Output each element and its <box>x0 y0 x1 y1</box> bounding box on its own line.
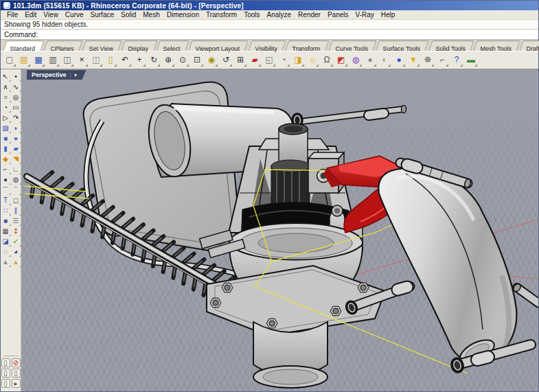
rotate-view-icon[interactable]: ↻ <box>147 54 161 67</box>
array-copy-icon[interactable]: ∥ <box>12 206 21 215</box>
menu-panels[interactable]: Panels <box>324 10 352 19</box>
pan-hand-icon[interactable]: + <box>133 54 146 67</box>
tab-curve-tools[interactable]: Curve Tools <box>328 41 376 51</box>
show-objects-icon[interactable]: ⊘ <box>12 358 21 367</box>
zoom-selected-icon[interactable]: ◉ <box>205 54 218 67</box>
tab-standard[interactable]: Standard <box>3 41 44 51</box>
solid-box-icon[interactable]: ■ <box>1 216 10 225</box>
tab-mesh-tools[interactable]: Mesh Tools <box>474 41 520 51</box>
cplane-icon[interactable]: ◱ <box>262 54 276 67</box>
select-arrow-icon[interactable]: ↖ <box>1 72 10 81</box>
export-icon[interactable]: ◫ <box>60 54 74 67</box>
detach-icon[interactable]: ◪ <box>1 237 10 246</box>
union-solids-icon[interactable]: ● <box>1 175 10 184</box>
menu-edit[interactable]: Edit <box>21 10 40 19</box>
circle-icon[interactable]: ○ <box>1 93 10 102</box>
rear-handle[interactable] <box>378 168 516 368</box>
drive-rod[interactable] <box>293 106 406 126</box>
array-grid-icon[interactable]: ▦ <box>1 227 10 235</box>
undo-view-icon[interactable]: ↺ <box>219 54 233 67</box>
cone-icon[interactable]: ▲ <box>1 257 10 266</box>
layers-icon[interactable]: ◩ <box>334 54 348 67</box>
cut-icon[interactable]: × <box>75 54 89 67</box>
drag-icon[interactable]: ◕ <box>12 247 21 256</box>
render-sphere-icon[interactable]: ● <box>392 54 406 67</box>
cylinder-icon[interactable]: ▮ <box>1 144 10 153</box>
menu-transform[interactable]: Transform <box>203 10 240 19</box>
viewport-layout-icon[interactable]: ⊞ <box>233 54 247 67</box>
help-icon[interactable]: ? <box>450 54 463 67</box>
text-icon[interactable]: T <box>1 196 10 205</box>
point-icon[interactable]: • <box>12 72 21 81</box>
hatch-icon[interactable]: ☰ <box>12 216 21 225</box>
show-selected-icon[interactable]: ▯ <box>12 369 21 378</box>
rectangle-icon[interactable]: ▭ <box>12 103 21 112</box>
lamp-icon[interactable]: ☼ <box>306 54 319 67</box>
zoom-dynamic-icon[interactable]: ⊙ <box>176 54 190 67</box>
new-file-icon[interactable]: ▢ <box>3 54 16 67</box>
menu-solid[interactable]: Solid <box>117 10 139 19</box>
polygon-icon[interactable]: ▷ <box>1 113 10 122</box>
vray-framebuffer-icon[interactable]: ▬ <box>464 54 478 67</box>
layer-state-icon[interactable]: ◨ <box>291 54 305 67</box>
tab-viewport-layout[interactable]: Viewport Layout <box>189 41 249 51</box>
copy-icon[interactable]: ◫ <box>89 54 103 67</box>
boolean-union-icon[interactable]: ◆ <box>1 154 10 163</box>
tab-display[interactable]: Display <box>121 41 157 51</box>
menu-tools[interactable]: Tools <box>240 10 263 19</box>
menu-mesh[interactable]: Mesh <box>139 10 163 19</box>
tab-visibility[interactable]: Visibility <box>248 41 286 51</box>
record-history-icon[interactable]: ⌐ <box>435 54 449 67</box>
pyramid-icon[interactable]: ▲ <box>12 257 21 266</box>
hide-swap-icon[interactable]: ▯ <box>1 369 10 378</box>
unisolate-icon[interactable]: ▸ <box>12 379 21 388</box>
viewport-title-tab[interactable]: Perspective ▼ <box>27 70 86 80</box>
tab-cplanes[interactable]: CPlanes <box>43 41 82 51</box>
surface-patch-icon[interactable]: ▨ <box>1 124 10 132</box>
color-wheel-icon[interactable]: ◍ <box>349 54 363 67</box>
ghosted-sphere-icon[interactable]: ◐ <box>378 54 391 67</box>
box-icon[interactable]: ■ <box>1 134 10 143</box>
menu-surface[interactable]: Surface <box>87 10 117 19</box>
command-input-line[interactable]: Command: <box>1 30 538 40</box>
pin-4[interactable] <box>512 283 538 303</box>
tab-set-view[interactable]: Set View <box>82 41 122 51</box>
menu-dimension[interactable]: Dimension <box>163 10 203 19</box>
tab-solid-tools[interactable]: Solid Tools <box>428 41 474 51</box>
menu-help[interactable]: Help <box>378 10 399 19</box>
lasso-icon[interactable]: ◌ <box>1 247 10 256</box>
tab-select[interactable]: Select <box>157 41 190 51</box>
block-icon[interactable]: ‡ <box>12 227 21 235</box>
menu-curve[interactable]: Curve <box>62 10 87 19</box>
ellipse-icon[interactable]: ◎ <box>12 93 21 102</box>
arc-icon[interactable]: ◔ <box>1 103 10 112</box>
red-car-icon[interactable]: ▰ <box>248 54 262 67</box>
sphere-icon[interactable]: ● <box>12 134 21 143</box>
tab-surface-tools[interactable]: Surface Tools <box>376 41 429 51</box>
difference-solids-icon[interactable]: ◍ <box>12 175 21 184</box>
undo-icon[interactable]: ↶ <box>118 54 132 67</box>
menu-v-ray[interactable]: V-Ray <box>352 10 378 19</box>
print-icon[interactable]: ▥ <box>46 54 60 67</box>
extrude-icon[interactable]: ⌐ <box>1 165 10 174</box>
zoom-window-icon[interactable]: ⊡ <box>190 54 204 67</box>
viewport-menu-arrow-icon[interactable]: ▼ <box>70 73 78 78</box>
boolean-difference-icon[interactable]: ◥ <box>12 154 21 163</box>
orient-cplane-icon[interactable]: ◔ <box>277 54 290 67</box>
control-point-curve-icon[interactable]: ∿ <box>12 82 21 91</box>
menu-view[interactable]: View <box>40 10 62 19</box>
menu-analyze[interactable]: Analyze <box>264 10 295 19</box>
menu-file[interactable]: File <box>3 10 21 19</box>
group-icon[interactable]: ∷ <box>1 206 10 215</box>
sweep-surface-icon[interactable]: ◗ <box>12 124 21 132</box>
fillet-edge-icon[interactable]: ∟ <box>12 165 21 174</box>
check-icon[interactable]: ✓ <box>12 237 21 246</box>
viewport-canvas[interactable]: Perspective ▼ <box>21 69 538 391</box>
menu-render[interactable]: Render <box>295 10 324 19</box>
blend-curve-icon[interactable]: ⌒ <box>12 185 21 194</box>
options-gear-icon[interactable]: ☸ <box>421 54 435 67</box>
tab-drafting[interactable]: Drafting <box>520 41 539 51</box>
hide-objects-icon[interactable]: ▯ <box>1 358 10 367</box>
shaded-sphere-icon[interactable]: ● <box>363 54 377 67</box>
vray-icon[interactable]: ▼ <box>406 54 420 67</box>
